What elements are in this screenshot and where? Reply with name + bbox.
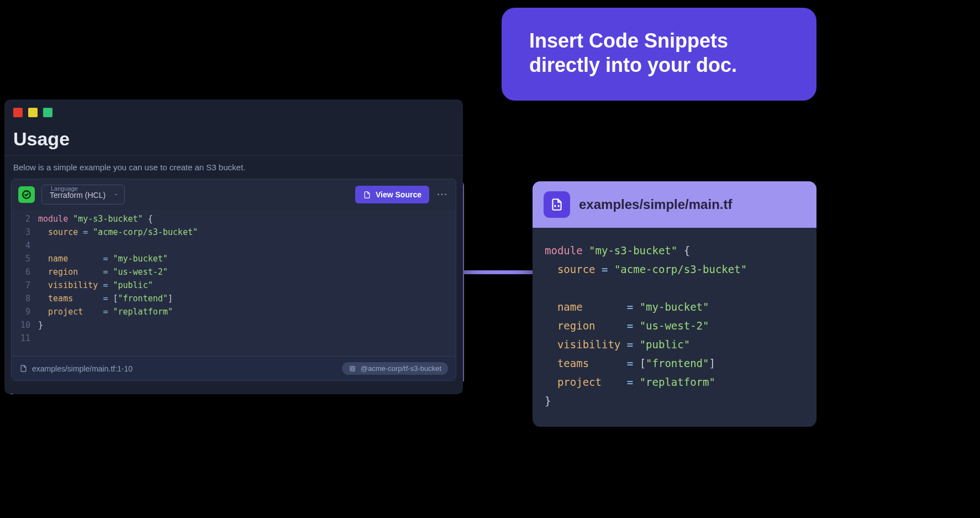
doc-editor-window: Usage Below is a simple example you can …: [4, 100, 463, 394]
view-source-button[interactable]: View Source: [355, 186, 429, 203]
source-header: examples/simple/main.tf: [533, 181, 816, 228]
code-line: 6 region = "us-west-2": [12, 265, 456, 279]
svg-rect-1: [350, 366, 355, 370]
cursor-indicator: -: [10, 388, 13, 400]
code-text: project = "replatform": [38, 305, 456, 318]
code-text: module "my-s3-bucket" {: [38, 212, 456, 226]
line-number: 3: [12, 226, 38, 239]
source-preview-card: examples/simple/main.tf module "my-s3-bu…: [533, 181, 816, 427]
section-title: Usage: [4, 125, 463, 156]
status-check-icon: [18, 186, 35, 203]
repo-chip[interactable]: @acme-corp/tf-s3-bucket: [342, 362, 448, 375]
code-text: }: [38, 318, 456, 332]
code-editor[interactable]: 2module "my-s3-bucket" {3 source = "acme…: [12, 210, 456, 356]
snippet-file-path[interactable]: examples/simple/main.tf:1-10: [19, 364, 133, 373]
code-line: 9 project = "replatform": [12, 305, 456, 318]
code-line: 2module "my-s3-bucket" {: [12, 212, 456, 226]
source-file-path: examples/simple/main.tf: [579, 197, 732, 212]
line-number: 9: [12, 305, 38, 318]
snippet-toolbar: Language Terraform (HCL) View Source ···: [12, 179, 456, 210]
window-titlebar: [4, 100, 463, 125]
line-number: 10: [12, 318, 38, 332]
connector-line: [460, 270, 533, 274]
source-code: module "my-s3-bucket" { source = "acme-c…: [533, 228, 816, 427]
code-text: teams = ["frontend"]: [38, 292, 456, 305]
file-code-icon: [544, 191, 570, 218]
window-close-icon[interactable]: [13, 108, 23, 117]
snippet-path-text: examples/simple/main.tf:1-10: [32, 364, 133, 373]
code-line: 11: [12, 332, 456, 345]
line-number: 4: [12, 239, 38, 252]
line-number: 6: [12, 265, 38, 279]
window-minimize-icon[interactable]: [28, 108, 38, 117]
code-line: 3 source = "acme-corp/s3-bucket": [12, 226, 456, 239]
code-text: visibility = "public": [38, 279, 456, 292]
snippet-footer: examples/simple/main.tf:1-10 @acme-corp/…: [12, 356, 456, 380]
callout-card: Insert Code Snippets directly into your …: [502, 8, 816, 101]
code-line: 7 visibility = "public": [12, 279, 456, 292]
line-number: 11: [12, 332, 38, 345]
code-text: [38, 332, 456, 345]
code-line: 5 name = "my-bucket": [12, 252, 456, 265]
chevron-down-icon: [113, 192, 119, 197]
file-icon: [363, 191, 371, 199]
language-select-label: Language: [48, 185, 81, 192]
more-menu-button[interactable]: ···: [436, 188, 449, 201]
code-line: 10}: [12, 318, 456, 332]
code-snippet-block: Language Terraform (HCL) View Source ···…: [11, 179, 456, 381]
callout-text: Insert Code Snippets directly into your …: [529, 29, 789, 77]
code-line: 8 teams = ["frontend"]: [12, 292, 456, 305]
code-text: [38, 239, 456, 252]
repo-chip-text: @acme-corp/tf-s3-bucket: [361, 364, 441, 373]
code-text: name = "my-bucket": [38, 252, 456, 265]
code-text: source = "acme-corp/s3-bucket": [38, 226, 456, 239]
language-select[interactable]: Language Terraform (HCL): [41, 185, 125, 205]
line-number: 7: [12, 279, 38, 292]
stack-icon: [349, 365, 356, 373]
line-number: 8: [12, 292, 38, 305]
section-description: Below is a simple example you can use to…: [4, 156, 463, 179]
window-zoom-icon[interactable]: [43, 108, 52, 117]
view-source-label: View Source: [376, 190, 421, 199]
code-text: region = "us-west-2": [38, 265, 456, 279]
line-number: 2: [12, 212, 38, 226]
language-select-value: Terraform (HCL): [50, 191, 106, 200]
file-icon: [19, 364, 28, 373]
line-number: 5: [12, 252, 38, 265]
code-line: 4: [12, 239, 456, 252]
